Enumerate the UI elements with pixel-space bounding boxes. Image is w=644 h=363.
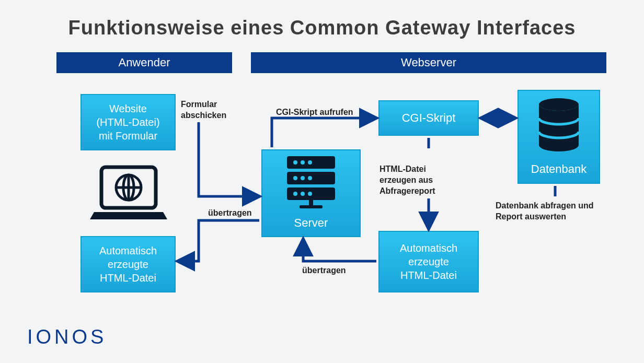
section-header-webserver: Webserver (251, 52, 606, 73)
svg-rect-3 (309, 200, 313, 205)
svg-point-13 (308, 192, 312, 196)
svg-rect-4 (300, 205, 323, 208)
label-uebertragen-server: übertragen (302, 265, 346, 276)
node-auto1-label: Automatisch erzeugte HTML-Datei (99, 244, 157, 285)
database-icon (535, 97, 582, 159)
section-header-anwender: Anwender (56, 52, 232, 73)
node-auto-html-server: Automatisch erzeugte HTML-Datei (378, 231, 479, 292)
node-auto2-label: Automatisch erzeugte HTML-Datei (400, 241, 457, 282)
node-server-label: Server (294, 216, 328, 231)
node-website-form: Website (HTML-Datei) mit Formular (80, 94, 176, 150)
server-icon (284, 156, 338, 213)
node-db-label: Datenbank (531, 162, 586, 177)
label-cgi-aufrufen: CGI-Skript aufrufen (276, 107, 353, 118)
node-cgi-label: CGI-Skript (402, 111, 456, 126)
svg-point-12 (301, 192, 305, 196)
node-auto-html-client: Automatisch erzeugte HTML-Datei (80, 236, 176, 292)
label-html-erzeugen: HTML-Datei erzeugen aus Abfragereport (380, 164, 463, 196)
svg-point-8 (293, 176, 297, 180)
svg-point-5 (293, 160, 297, 165)
node-database: Datenbank (518, 90, 600, 184)
svg-point-7 (308, 160, 312, 165)
svg-point-14 (539, 98, 579, 111)
label-uebertragen-client: übertragen (208, 208, 252, 219)
svg-point-10 (308, 176, 312, 180)
svg-point-11 (293, 192, 297, 196)
laptop-icon (90, 164, 167, 223)
brand-logo: IONOS (27, 326, 116, 348)
svg-point-6 (301, 160, 305, 165)
svg-point-9 (301, 176, 305, 180)
node-cgi-skript: CGI-Skript (378, 100, 479, 136)
node-server: Server (261, 149, 361, 237)
label-formular-abschicken: Formular abschicken (181, 99, 226, 121)
label-db-abfragen: Datenbank abfragen und Report auswerten (496, 201, 611, 223)
page-title: Funktionsweise eines Common Gateway Inte… (0, 17, 644, 39)
node-website-label: Website (HTML-Datei) mit Formular (96, 102, 159, 143)
